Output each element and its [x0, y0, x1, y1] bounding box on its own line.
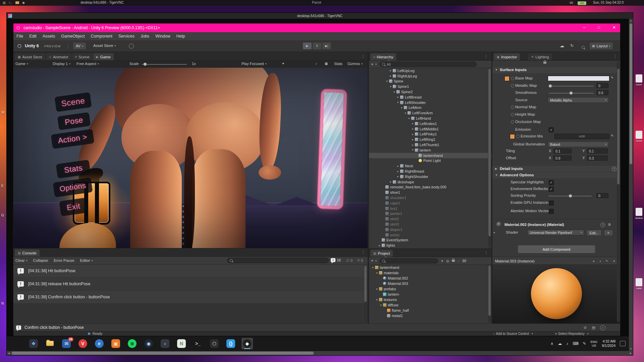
taskbar-unity-editor[interactable]: ◆ [241, 338, 253, 349]
history-icon[interactable]: ↻ [570, 43, 574, 48]
stats-button[interactable]: Stats [334, 62, 342, 66]
tab-console[interactable]: ▤ Console [15, 249, 40, 256]
volume-icon[interactable]: ♪ [566, 341, 568, 346]
favorites-icon[interactable]: ✦ [441, 259, 443, 263]
asset-store-dropdown[interactable]: Asset Store▾ [93, 44, 116, 48]
help-icon[interactable]: ? [612, 167, 616, 171]
offset-x-field[interactable]: 0.9 [553, 156, 572, 161]
expander-icon[interactable]: ▸ [389, 180, 392, 183]
hierarchy-search-input[interactable]: All [379, 62, 477, 67]
taskbar-clock[interactable]: 4:32 AM 9/1/2024 [602, 339, 615, 348]
hierarchy-item-eventsystem[interactable]: EventSystem [369, 238, 491, 243]
expander-icon[interactable]: ▾ [400, 106, 404, 109]
advanced-options-header[interactable]: ▼ Advanced Options [492, 172, 620, 178]
clear-button[interactable]: Clear▾ [15, 258, 28, 262]
notification-center-icon[interactable] [620, 341, 626, 346]
close-icon[interactable]: ✕ [612, 25, 616, 30]
terminal-icon[interactable]: >_ [9, 1, 12, 4]
hierarchy-item-wrists[interactable]: wrists [369, 232, 491, 238]
browser-icon[interactable]: ◉ [22, 1, 25, 4]
keyboard-layout-label[interactable]: us [570, 1, 573, 4]
hierarchy-item-lights[interactable]: ▸lights [369, 243, 491, 248]
alembic-checkbox[interactable] [549, 209, 554, 214]
menu-window[interactable]: Window [152, 32, 173, 40]
metallic-value-field[interactable]: 0 [596, 83, 608, 88]
hierarchy-item-leftring1[interactable]: ▸LeftRing1 [369, 137, 491, 142]
lock-icon[interactable] [452, 260, 455, 262]
aspect-dropdown[interactable]: Free Aspect▾ [76, 62, 99, 66]
menu-icon[interactable]: ▤ [3, 1, 6, 4]
specular-checkbox[interactable]: ✓ [549, 180, 554, 185]
smoothness-slider[interactable] [549, 93, 594, 94]
add-component-button[interactable]: Add Component [518, 245, 595, 253]
project-search-input[interactable] [379, 258, 438, 263]
menu-component[interactable]: Component [88, 32, 115, 40]
scroll-right-icon[interactable]: ▶ [629, 351, 633, 355]
warning-count[interactable]: ⚠ 0 [346, 258, 353, 262]
gizmos-dropdown[interactable]: Gizmos▾ [347, 62, 363, 66]
inspector-scrollbar[interactable] [617, 61, 620, 322]
hierarchy-item-lefthand[interactable]: ▾LeftHand [369, 116, 491, 121]
smoothness-value-field[interactable]: 0.5 [596, 90, 608, 95]
game-menu-exit[interactable]: Exit [59, 198, 88, 217]
hierarchy-item-leftthumb1[interactable]: ▸LeftThumb1 [369, 142, 491, 147]
game-menu-scene[interactable]: Scene [54, 92, 92, 112]
hierarchy-item-leftupleg[interactable]: ▸LeftUpLeg [369, 68, 491, 73]
offset-y-field[interactable]: 0.3 [587, 156, 608, 161]
hierarchy-item-leftmiddle1[interactable]: ▸LeftMiddle1 [369, 126, 491, 132]
cloud-icon[interactable]: ☁ [558, 341, 562, 346]
pause-button[interactable]: ‖ [313, 43, 321, 49]
tab-game[interactable]: ▶Game [93, 53, 114, 60]
hierarchy-item-shoe1[interactable]: shoe1 [369, 190, 491, 195]
tab-animator[interactable]: ◇Animator [46, 53, 71, 60]
info-count[interactable]: ! 16 [331, 258, 341, 262]
taskbar-discord[interactable]: ◗ [159, 338, 171, 349]
project-item-diffuse[interactable]: ▾diffuse [369, 302, 491, 308]
taskbar-browser[interactable]: e [94, 338, 105, 349]
scale-slider[interactable] [142, 64, 187, 65]
tab-asset-store[interactable]: ▦Asset Store [15, 53, 45, 60]
expander-icon[interactable]: ▾ [407, 117, 411, 120]
sorting-value-field[interactable]: 0 [596, 193, 608, 198]
texture-picker-icon[interactable] [516, 135, 520, 138]
error-count[interactable]: ⊘ 0 [357, 258, 363, 262]
lock-icon[interactable] [543, 62, 546, 64]
project-item-material-003[interactable]: Material.003 [369, 281, 491, 286]
expander-icon[interactable]: ▸ [396, 175, 400, 178]
editor-dropdown[interactable]: Editor▾ [80, 258, 93, 262]
expander-icon[interactable]: ▸ [389, 69, 392, 72]
project-scrollbar[interactable] [488, 265, 491, 322]
material-preview-header[interactable]: Material.003 (Instance) ▸ ◐ ✎ ▾ [492, 258, 620, 265]
maximize-icon[interactable]: □ [598, 25, 600, 29]
console-scrollbar[interactable] [364, 265, 367, 322]
vnc-horizontal-scrollbar[interactable]: ◀ ▶ [7, 351, 633, 355]
emission-map-swatch[interactable] [510, 134, 515, 139]
gi-dropdown[interactable]: Baked▾ [548, 141, 609, 147]
taskbar-notepad[interactable]: N [176, 338, 187, 349]
play-focused-dropdown[interactable]: Play Focused▾ [241, 62, 267, 66]
hierarchy-item-skirt3[interactable]: skirt3 [369, 222, 491, 227]
taskbar-spotify[interactable]: ≋ [126, 338, 138, 349]
console-log-row[interactable]: ![04:31:38] Confirm click button - butto… [13, 291, 368, 304]
color-picker-icon[interactable]: ✎ [611, 134, 613, 137]
foldout-icon[interactable]: ▸ [494, 231, 495, 234]
account-dropdown[interactable]: AV▾ [73, 43, 86, 49]
expander-icon[interactable]: ▾ [375, 298, 379, 301]
menu-services[interactable]: Services [115, 32, 138, 40]
tiling-y-field[interactable]: 0.1 [587, 148, 608, 154]
step-button[interactable]: ▶| [322, 43, 331, 49]
panel-menu-icon[interactable]: ⋮ [361, 54, 365, 59]
desktop-icon[interactable]: nalle [635, 278, 643, 290]
hierarchy-scroll-thumb[interactable] [488, 69, 491, 236]
vnc-vertical-scrollbar[interactable]: ▲ ▼ [629, 19, 633, 351]
hierarchy-item-diaper1[interactable]: diaper1 [369, 227, 491, 232]
menu-edit[interactable]: Edit [26, 32, 40, 40]
capture-grid-icon[interactable]: ▦ [325, 62, 328, 65]
gpu-instancing-checkbox[interactable] [549, 200, 554, 205]
help-icon[interactable]: ? [600, 223, 605, 227]
desktop-icon[interactable]: anaca [635, 208, 643, 220]
source-dropdown[interactable]: Metallic Alpha▾ [548, 97, 609, 103]
preview-options-icon[interactable]: ▾ [613, 259, 615, 263]
color-picker-icon[interactable]: ✎ [611, 76, 613, 79]
texture-picker-icon[interactable] [511, 113, 514, 116]
